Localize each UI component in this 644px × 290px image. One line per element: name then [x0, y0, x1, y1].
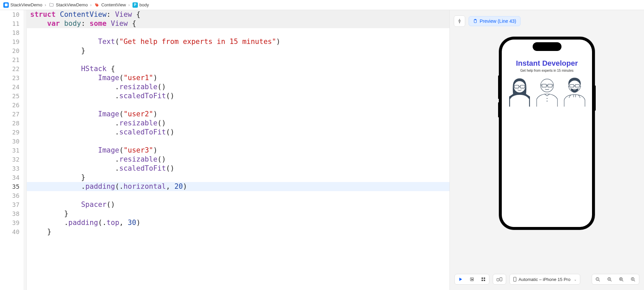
- breadcrumb-file-label: ContentView: [101, 2, 126, 7]
- svg-rect-26: [497, 278, 499, 281]
- breadcrumb: StackViewDemo › StackViewDemo › ContentV…: [0, 0, 644, 10]
- breadcrumb-group-label: StackViewDemo: [56, 2, 88, 7]
- chevron-right-icon: ›: [128, 2, 129, 7]
- device-selector[interactable]: Automatic – iPhone 15 Pro ⌄: [509, 274, 580, 285]
- dynamic-island: [533, 42, 561, 51]
- chevron-right-icon: ›: [45, 2, 46, 7]
- phone-icon: [513, 277, 517, 282]
- svg-rect-28: [514, 277, 516, 282]
- avatar-user1: [506, 76, 533, 107]
- property-icon: P: [132, 2, 138, 8]
- breadcrumb-symbol[interactable]: P body: [132, 2, 150, 8]
- svg-line-11: [540, 85, 542, 85]
- breadcrumb-symbol-label: body: [140, 2, 149, 7]
- device-frame: Instant Developer Get help from experts …: [499, 37, 595, 230]
- svg-rect-27: [500, 278, 502, 281]
- zoom-actual-button[interactable]: [615, 274, 627, 284]
- line-number-gutter: 1011181920212223242526272829303132333435…: [0, 10, 23, 290]
- avatar-user2: [534, 76, 560, 107]
- zoom-in-button[interactable]: [627, 274, 639, 284]
- clipboard-icon: [473, 19, 478, 23]
- svg-rect-23: [484, 278, 485, 279]
- fold-strip[interactable]: [23, 10, 27, 290]
- breadcrumb-project[interactable]: StackViewDemo ›: [3, 2, 47, 8]
- svg-point-14: [546, 101, 547, 102]
- svg-point-13: [546, 98, 547, 99]
- svg-rect-22: [482, 278, 483, 279]
- svg-rect-24: [482, 280, 483, 281]
- svg-line-12: [552, 85, 553, 85]
- breadcrumb-group[interactable]: StackViewDemo ›: [48, 2, 93, 8]
- zoom-group: [592, 274, 639, 285]
- device-selector-label: Automatic – iPhone 15 Pro: [519, 277, 571, 282]
- app-title: Instant Developer: [516, 59, 578, 68]
- preview-chip-label: Preview (Line 43): [480, 18, 516, 24]
- selectable-preview-button[interactable]: [466, 274, 478, 284]
- live-preview-button[interactable]: [455, 274, 466, 284]
- folder-icon: [49, 2, 54, 8]
- avatar-row: [504, 76, 590, 107]
- avatar-user3: [561, 76, 588, 107]
- breadcrumb-file[interactable]: ContentView ›: [94, 2, 131, 8]
- preview-canvas: Preview (Line 43) Instant Developer Get …: [449, 10, 644, 290]
- zoom-out-button[interactable]: [592, 274, 604, 284]
- canvas-toolbar: Automatic – iPhone 15 Pro ⌄: [450, 274, 644, 285]
- svg-line-40: [634, 280, 635, 281]
- device-screen: Instant Developer Get help from experts …: [502, 40, 592, 227]
- svg-line-33: [610, 280, 611, 281]
- svg-rect-25: [484, 280, 485, 281]
- device-settings-button[interactable]: [493, 274, 506, 285]
- preview-mode-group: [454, 274, 489, 285]
- breadcrumb-project-label: StackViewDemo: [10, 2, 42, 7]
- variants-button[interactable]: [478, 274, 489, 284]
- svg-rect-0: [5, 3, 7, 6]
- svg-line-37: [622, 280, 623, 281]
- swift-file-icon: [94, 2, 100, 8]
- app-subtitle: Get help from experts in 15 minutes: [520, 69, 573, 72]
- chevron-down-icon: ⌄: [574, 278, 577, 281]
- svg-point-3: [514, 81, 525, 93]
- svg-point-38: [621, 279, 622, 280]
- project-icon: [3, 2, 9, 8]
- preview-chip[interactable]: Preview (Line 43): [469, 16, 521, 26]
- svg-line-30: [598, 280, 600, 281]
- code-area[interactable]: struct ContentView: View { var body: som…: [27, 10, 449, 290]
- pin-preview-button[interactable]: [454, 15, 465, 27]
- code-editor[interactable]: 1011181920212223242526272829303132333435…: [0, 10, 449, 290]
- zoom-fit-button[interactable]: [604, 274, 615, 284]
- chevron-right-icon: ›: [90, 2, 92, 7]
